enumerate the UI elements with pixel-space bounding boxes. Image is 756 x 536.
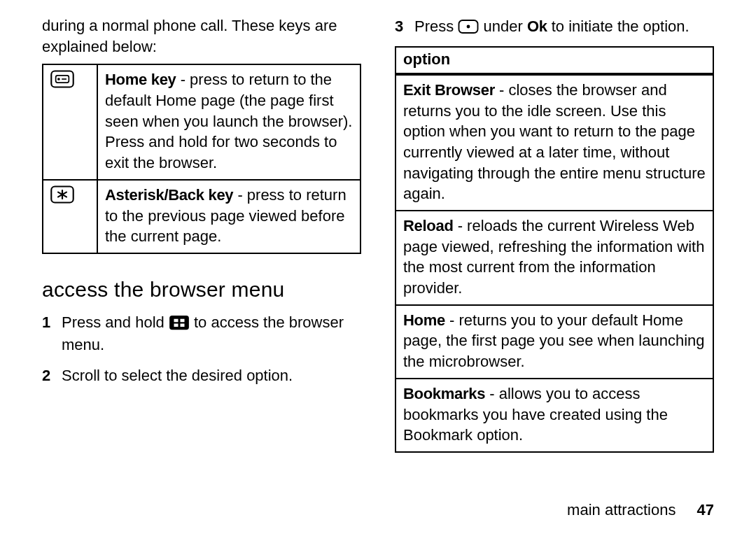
asterisk-key-icon-cell: [43, 180, 97, 253]
key-label: Home key: [105, 71, 176, 88]
svg-rect-8: [169, 316, 189, 330]
option-cell: Reload - reloads the current Wireless We…: [396, 211, 713, 305]
menu-key-icon: [169, 314, 190, 331]
option-header: option: [396, 47, 713, 74]
asterisk-key-icon: [50, 185, 74, 204]
steps-list: 1 Press and hold to access the browser m…: [42, 311, 361, 387]
section-heading: access the browser menu: [42, 278, 361, 302]
right-column: 3 Press under Ok to initiate the option.…: [395, 15, 714, 453]
svg-rect-10: [180, 319, 184, 323]
option-label: Reload: [403, 217, 454, 234]
step-text: Press and hold to access the browser men…: [62, 311, 361, 356]
step-mid: under: [483, 17, 526, 35]
option-label: Exit Browser: [403, 81, 495, 99]
option-desc: - closes the browser and returns you to …: [403, 81, 706, 202]
list-item: 2 Scroll to select the desired option.: [42, 365, 361, 387]
option-label: Home: [403, 311, 445, 329]
table-header-row: option: [396, 47, 713, 74]
table-row: Home - returns you to your default Home …: [396, 305, 713, 379]
key-descriptions-table: Home key - press to return to the defaul…: [42, 64, 361, 254]
option-desc: - returns you to your default Home page,…: [403, 311, 705, 370]
svg-point-14: [467, 25, 470, 29]
key-label: Asterisk/Back key: [105, 186, 233, 204]
left-column: during a normal phone call. These keys a…: [42, 15, 361, 453]
table-row: Asterisk/Back key - press to return to t…: [43, 180, 360, 253]
home-key-icon: [50, 70, 74, 88]
step-post: to initiate the option.: [547, 17, 690, 35]
step-pre: Press and hold: [62, 313, 169, 331]
manual-page: during a normal phone call. These keys a…: [0, 0, 756, 536]
steps-list-continued: 3 Press under Ok to initiate the option.: [395, 15, 714, 38]
table-row: Bookmarks - allows you to access bookmar…: [396, 379, 713, 452]
table-row: Reload - reloads the current Wireless We…: [396, 211, 713, 305]
option-cell: Bookmarks - allows you to access bookmar…: [396, 379, 713, 452]
svg-point-2: [57, 78, 60, 81]
svg-rect-12: [180, 323, 184, 327]
option-cell: Exit Browser - closes the browser and re…: [396, 74, 713, 211]
page-footer: main attractions 47: [567, 501, 714, 519]
home-key-icon-cell: [43, 64, 97, 179]
footer-section: main attractions: [567, 501, 676, 519]
options-table: option Exit Browser - closes the browser…: [395, 46, 714, 453]
step-number: 3: [395, 15, 414, 38]
table-row: Home key - press to return to the defaul…: [43, 64, 360, 179]
option-cell: Home - returns you to your default Home …: [396, 305, 713, 379]
svg-rect-9: [174, 319, 178, 323]
step-pre: Press: [414, 17, 458, 35]
intro-text: during a normal phone call. These keys a…: [42, 15, 361, 57]
ok-label: Ok: [527, 17, 547, 35]
list-item: 3 Press under Ok to initiate the option.: [395, 15, 714, 38]
step-text: Scroll to select the desired option.: [62, 365, 361, 387]
step-number: 1: [42, 311, 62, 356]
table-row: Exit Browser - closes the browser and re…: [396, 74, 713, 211]
step-text: Press under Ok to initiate the option.: [414, 15, 714, 38]
svg-rect-11: [174, 323, 178, 327]
step-number: 2: [42, 365, 62, 387]
asterisk-key-desc: Asterisk/Back key - press to return to t…: [97, 180, 360, 253]
option-label: Bookmarks: [403, 385, 485, 402]
home-key-desc: Home key - press to return to the defaul…: [97, 64, 360, 179]
softkey-icon: [458, 19, 479, 34]
page-number: 47: [697, 501, 714, 519]
list-item: 1 Press and hold to access the browser m…: [42, 311, 361, 356]
